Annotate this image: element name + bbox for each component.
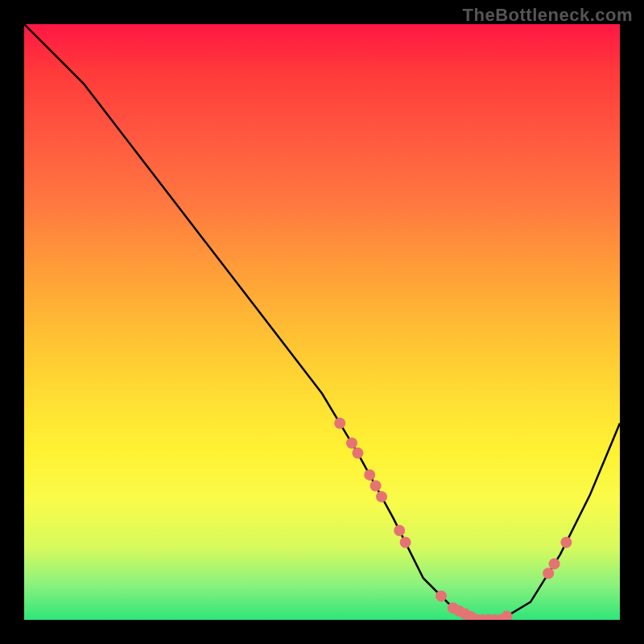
- curve-marker: [400, 537, 411, 548]
- curve-marker: [394, 525, 405, 536]
- curve-marker: [501, 611, 512, 620]
- plot-area: [24, 24, 620, 620]
- curve-marker: [352, 448, 363, 459]
- curve-marker: [370, 481, 382, 492]
- bottleneck-curve: [24, 24, 620, 620]
- watermark-label: TheBottleneck.com: [463, 5, 633, 26]
- curve-marker: [364, 469, 375, 481]
- curve-marker: [436, 590, 447, 601]
- curve-marker: [560, 537, 572, 548]
- curve-marker: [549, 558, 560, 569]
- curve-marker: [543, 568, 554, 579]
- curve-line: [24, 24, 620, 620]
- chart-frame: TheBottleneck.com: [0, 0, 644, 644]
- curve-marker: [346, 438, 357, 449]
- curve-marker: [376, 491, 387, 502]
- curve-marker: [334, 418, 345, 429]
- curve-markers: [334, 418, 572, 620]
